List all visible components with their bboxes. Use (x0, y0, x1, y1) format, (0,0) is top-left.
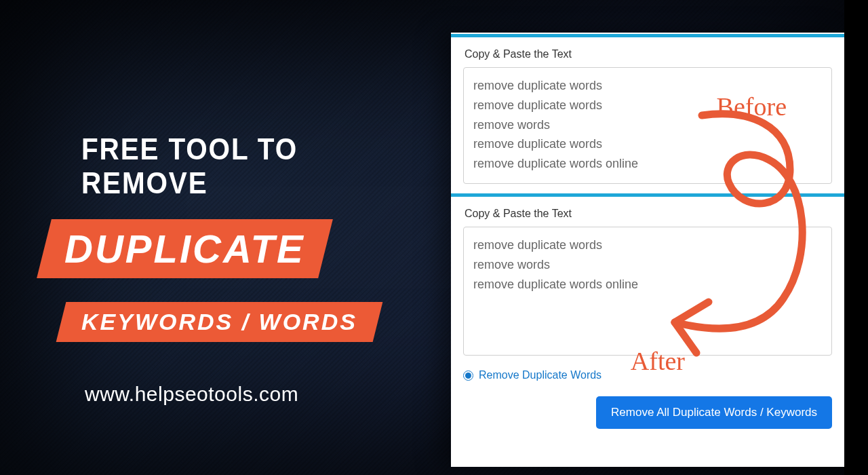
list-item: remove duplicate words (473, 235, 822, 255)
headline-pill-keywords: KEYWORDS / WORDS (56, 302, 383, 342)
list-item: remove duplicate words (473, 76, 822, 96)
list-item: remove duplicate words (473, 96, 822, 115)
headline-pill-duplicate: DUPLICATE (37, 219, 332, 278)
before-textarea[interactable]: remove duplicate words remove duplicate … (463, 67, 832, 184)
list-item: remove duplicate words online (473, 154, 822, 174)
list-item: remove words (473, 255, 822, 275)
promo-headline: FREE TOOL TO REMOVE DUPLICATE KEYWORDS /… (44, 132, 424, 406)
option-row: Remove Duplicate Words (451, 365, 844, 383)
headline-line1: FREE TOOL TO REMOVE (81, 132, 397, 200)
button-row: Remove All Duplicate Words / Keywords (451, 383, 844, 437)
list-item: remove duplicate words online (473, 275, 822, 294)
after-card: Copy & Paste the Text remove duplicate w… (451, 193, 844, 361)
right-black-bar (844, 0, 868, 475)
before-label: Copy & Paste the Text (463, 44, 832, 67)
list-item: remove duplicate words (473, 134, 822, 154)
site-url: www.helpseotools.com (85, 383, 424, 406)
list-item: remove words (473, 115, 822, 135)
pill2-text: KEYWORDS / WORDS (81, 309, 357, 335)
before-card: Copy & Paste the Text remove duplicate w… (451, 34, 844, 189)
after-label: Copy & Paste the Text (463, 204, 832, 227)
option-label[interactable]: Remove Duplicate Words (479, 369, 601, 381)
tool-panel: Copy & Paste the Text remove duplicate w… (451, 33, 844, 467)
remove-all-button[interactable]: Remove All Duplicate Words / Keywords (596, 396, 832, 429)
pill1-text: DUPLICATE (64, 226, 305, 271)
remove-duplicate-radio[interactable] (463, 370, 473, 381)
after-textarea[interactable]: remove duplicate words remove words remo… (463, 227, 832, 356)
